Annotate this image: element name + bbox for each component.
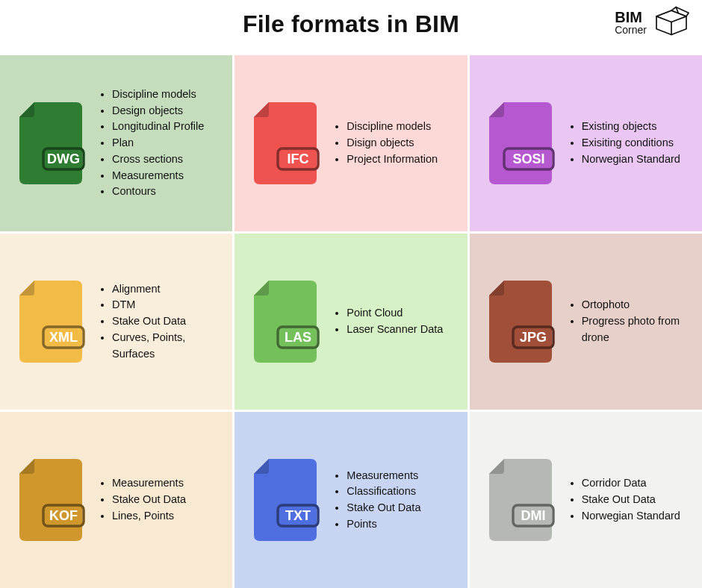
svg-text:XML: XML xyxy=(49,330,78,345)
list-item: Classifications xyxy=(347,484,420,500)
file-icon: LAS xyxy=(248,278,323,366)
list-item: Existing objects xyxy=(582,119,680,135)
file-icon: SOSI xyxy=(483,99,558,187)
card-sosi: SOSI Existing objectsExisiting condition… xyxy=(470,55,702,231)
list-item: Plan xyxy=(112,135,204,151)
header: File formats in BIM BIM Corner xyxy=(0,0,702,55)
file-icon: TXT xyxy=(248,456,323,544)
card-inner: LAS Point CloudLaser Scanner Data xyxy=(248,278,455,366)
brand-line-1: BIM xyxy=(615,10,647,25)
list-item: Project Information xyxy=(347,151,438,168)
brand-text: BIM Corner xyxy=(615,10,647,35)
brand-line-2: Corner xyxy=(615,25,647,35)
svg-text:DMI: DMI xyxy=(521,508,545,523)
list-item: Stake Out Data xyxy=(112,492,186,508)
list-item: Disign objects xyxy=(347,135,438,151)
list-item: Exisiting conditions xyxy=(582,135,680,151)
list-item: Laser Scanner Data xyxy=(347,322,443,338)
file-icon: DWG xyxy=(13,99,88,187)
list-item: Norwegian Standard xyxy=(582,151,680,168)
card-inner: SOSI Existing objectsExisiting condition… xyxy=(483,99,690,187)
card-inner: XML AlignmentDTMStake Out DataCurves, Po… xyxy=(13,278,220,366)
card-inner: IFC Discipline modelsDisign objectsProje… xyxy=(248,99,455,187)
card-jpg: JPG OrtophotoProgress photo from drone xyxy=(470,234,702,410)
list-item: Design objects xyxy=(112,103,204,119)
card-inner: JPG OrtophotoProgress photo from drone xyxy=(483,278,690,366)
list-item: Discipline models xyxy=(112,87,204,103)
card-las: LAS Point CloudLaser Scanner Data xyxy=(234,234,467,410)
list-item: Measurements xyxy=(347,468,420,484)
card-items: Discipline modelsDesign objectsLongitudi… xyxy=(99,87,204,200)
card-ifc: IFC Discipline modelsDisign objectsProje… xyxy=(234,55,467,231)
card-items: MeasurementsClassificationsStake Out Dat… xyxy=(333,468,420,533)
list-item: Discipline models xyxy=(347,119,438,135)
card-items: Point CloudLaser Scanner Data xyxy=(333,305,443,338)
card-inner: TXT MeasurementsClassificationsStake Out… xyxy=(248,456,455,544)
card-items: OrtophotoProgress photo from drone xyxy=(568,297,690,345)
list-item: Ortophoto xyxy=(582,297,690,313)
card-items: Existing objectsExisiting conditionsNorw… xyxy=(568,119,680,167)
file-icon: JPG xyxy=(483,278,558,366)
file-icon: IFC xyxy=(248,99,323,187)
svg-text:SOSI: SOSI xyxy=(512,151,544,166)
list-item: DTM xyxy=(112,297,220,313)
card-items: Discipline modelsDisign objectsProject I… xyxy=(333,119,438,167)
list-item: Measurements xyxy=(112,475,186,492)
list-item: Longitudinal Profile xyxy=(112,119,204,135)
card-dmi: DMI Corridor DataStake Out DataNorwegian… xyxy=(470,412,702,588)
card-inner: DWG Discipline modelsDesign objectsLongi… xyxy=(13,87,220,200)
list-item: Lines, Points xyxy=(112,508,186,525)
page-title: File formats in BIM xyxy=(0,10,702,38)
list-item: Stake Out Data xyxy=(112,313,220,330)
card-items: Corridor DataStake Out DataNorwegian Sta… xyxy=(568,475,680,524)
svg-text:DWG: DWG xyxy=(47,151,80,166)
list-item: Corridor Data xyxy=(582,475,680,492)
card-inner: DMI Corridor DataStake Out DataNorwegian… xyxy=(483,456,690,544)
svg-text:TXT: TXT xyxy=(285,508,311,523)
infographic: File formats in BIM BIM Corner xyxy=(0,0,702,588)
list-item: Stake Out Data xyxy=(347,500,420,516)
list-item: Cross sections xyxy=(112,151,204,168)
card-dwg: DWG Discipline modelsDesign objectsLongi… xyxy=(0,55,232,231)
list-item: Norwegian Standard xyxy=(582,508,680,525)
card-items: AlignmentDTMStake Out DataCurves, Points… xyxy=(99,281,220,363)
list-item: Contours xyxy=(112,184,204,200)
svg-text:IFC: IFC xyxy=(288,151,309,166)
list-item: Stake Out Data xyxy=(582,492,680,508)
cards-grid: DWG Discipline modelsDesign objectsLongi… xyxy=(0,55,702,588)
list-item: Alignment xyxy=(112,281,220,298)
svg-text:JPG: JPG xyxy=(520,330,547,345)
box-icon xyxy=(653,6,690,39)
list-item: Curves, Points, Surfaces xyxy=(112,330,220,363)
card-inner: KOF MeasurementsStake Out DataLines, Poi… xyxy=(13,456,220,544)
list-item: Progress photo from drone xyxy=(582,313,690,346)
file-icon: XML xyxy=(13,278,88,366)
card-kof: KOF MeasurementsStake Out DataLines, Poi… xyxy=(0,412,232,588)
file-icon: KOF xyxy=(13,456,88,544)
brand-logo: BIM Corner xyxy=(615,6,690,39)
list-item: Measurements xyxy=(112,168,204,184)
file-icon: DMI xyxy=(483,456,558,544)
svg-text:KOF: KOF xyxy=(49,508,78,523)
card-items: MeasurementsStake Out DataLines, Points xyxy=(99,475,186,524)
list-item: Point Cloud xyxy=(347,305,443,322)
card-xml: XML AlignmentDTMStake Out DataCurves, Po… xyxy=(0,234,232,410)
svg-text:LAS: LAS xyxy=(285,330,311,345)
list-item: Points xyxy=(347,516,420,533)
card-txt: TXT MeasurementsClassificationsStake Out… xyxy=(234,412,467,588)
